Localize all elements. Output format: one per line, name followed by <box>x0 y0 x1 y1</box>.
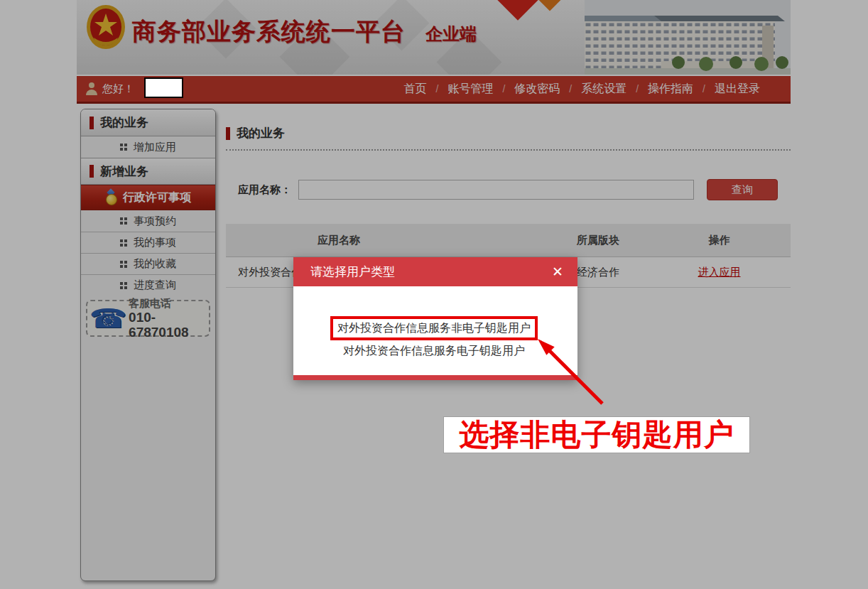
option-ekey-user[interactable]: 对外投资合作信息服务电子钥匙用户 <box>330 343 538 359</box>
close-icon[interactable]: ✕ <box>552 265 563 279</box>
redacted-username-box <box>144 77 183 98</box>
option-non-ekey-user[interactable]: 对外投资合作信息服务非电子钥匙用户 <box>330 316 538 340</box>
modal-header: 请选择用户类型 ✕ <box>293 257 577 286</box>
annotation-arrow <box>522 320 622 419</box>
annotation-callout: 选择非电子钥匙用户 <box>444 417 749 453</box>
modal-title: 请选择用户类型 <box>310 264 395 280</box>
